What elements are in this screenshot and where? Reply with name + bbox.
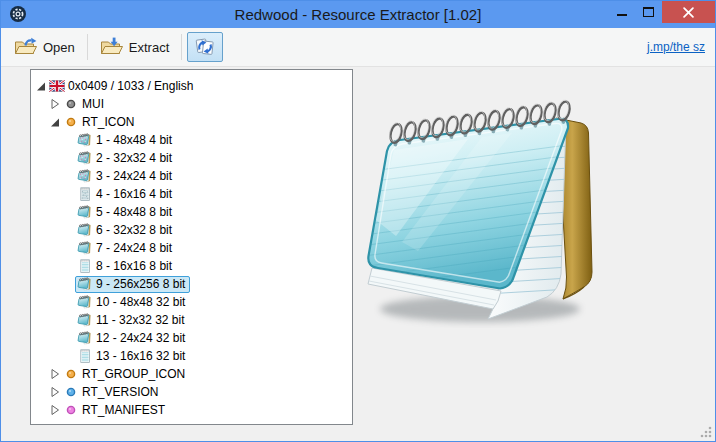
tree-item-label: RT_MANIFEST <box>79 403 165 417</box>
resource-tree: 0x0409 / 1033 / EnglishMUIRT_ICON 1 - 48… <box>30 69 353 425</box>
expander-collapsed-icon[interactable] <box>49 98 61 110</box>
tree-item-label: 4 - 16x16 4 bit <box>93 187 172 201</box>
notepad-preview-image <box>360 88 610 328</box>
tree-item-label: 8 - 16x16 8 bit <box>93 259 172 273</box>
thumb-pad-icon <box>77 276 93 292</box>
tree-item-label: 3 - 24x24 4 bit <box>93 169 172 183</box>
tree-item-label: MUI <box>79 97 104 111</box>
tree-item-selected[interactable]: 9 - 256x256 8 bit <box>75 276 190 293</box>
resize-grip[interactable] <box>698 424 712 438</box>
bullet-gray-icon <box>63 96 79 112</box>
expander-expanded-icon[interactable] <box>35 80 47 92</box>
expander-spacer <box>63 170 75 182</box>
maximize-button[interactable] <box>635 1 662 23</box>
flag-uk-icon <box>49 78 65 94</box>
tree-item[interactable]: RT_ICON <box>31 113 352 131</box>
bullet-orange-icon <box>63 114 79 130</box>
tree-item-content[interactable]: 13 - 16x16 32 bit <box>75 348 190 365</box>
toolbar-separator <box>181 34 182 60</box>
expander-collapsed-icon[interactable] <box>49 404 61 416</box>
tree-item[interactable]: 9 - 256x256 8 bit <box>31 275 352 293</box>
thumb-pad-icon <box>77 204 93 220</box>
extract-button[interactable]: Extract <box>93 31 176 63</box>
tree-item-label: RT_GROUP_ICON <box>79 367 185 381</box>
thumb-pad-icon <box>77 312 93 328</box>
expander-spacer <box>63 260 75 272</box>
website-link[interactable]: j.mp/the sz <box>647 40 705 54</box>
thumb-pad-dither-icon <box>77 132 93 148</box>
expander-collapsed-icon[interactable] <box>49 386 61 398</box>
expander-spacer <box>63 188 75 200</box>
extract-button-label: Extract <box>129 40 169 55</box>
tree-item-content[interactable]: RT_GROUP_ICON <box>61 366 190 383</box>
tree-item-content[interactable]: 7 - 24x24 8 bit <box>75 240 177 257</box>
expander-spacer <box>63 332 75 344</box>
tree-item-content[interactable]: 6 - 32x32 8 bit <box>75 222 177 239</box>
exp-collapsed <box>50 404 60 416</box>
expander-spacer <box>63 296 75 308</box>
tree-item-content[interactable]: RT_MANIFEST <box>61 402 170 419</box>
tree-item[interactable]: 4 - 16x16 4 bit <box>31 185 352 203</box>
tree-item-content[interactable]: 3 - 24x24 4 bit <box>75 168 177 185</box>
close-button[interactable] <box>662 1 715 23</box>
tree-item-content[interactable]: 10 - 48x48 32 bit <box>75 294 190 311</box>
thumb-pad-icon <box>77 294 93 310</box>
expander-collapsed-icon[interactable] <box>49 368 61 380</box>
titlebar[interactable]: Redwood - Resource Extractor [1.02] <box>1 1 715 28</box>
exp-collapsed <box>50 368 60 380</box>
app-window: Redwood - Resource Extractor [1.02] Open <box>0 0 716 442</box>
tree-item-content[interactable]: 4 - 16x16 4 bit <box>75 186 177 203</box>
thumb-pad-icon <box>77 330 93 346</box>
expander-spacer <box>63 278 75 290</box>
open-button-label: Open <box>43 40 75 55</box>
tree-item-content[interactable]: MUI <box>61 96 109 113</box>
tree-item-content[interactable]: 2 - 32x32 4 bit <box>75 150 177 167</box>
tree-item[interactable]: 7 - 24x24 8 bit <box>31 239 352 257</box>
tree-item-content[interactable]: RT_VERSION <box>61 384 163 401</box>
pages-sync-icon <box>194 38 216 56</box>
tree-item[interactable]: MUI <box>31 95 352 113</box>
tree-item[interactable]: 13 - 16x16 32 bit <box>31 347 352 365</box>
tree-item[interactable]: RT_VERSION <box>31 383 352 401</box>
tree-item-content[interactable]: 12 - 24x24 32 bit <box>75 330 190 347</box>
bullet-orange-icon <box>63 366 79 382</box>
thumb-pad-dither-icon <box>77 150 93 166</box>
tree-item-label: 12 - 24x24 32 bit <box>93 331 185 345</box>
bullet-blue-icon <box>63 384 79 400</box>
tree-item[interactable]: 3 - 24x24 4 bit <box>31 167 352 185</box>
toolbar-separator <box>87 34 88 60</box>
tree-item[interactable]: 10 - 48x48 32 bit <box>31 293 352 311</box>
tree-item[interactable]: 0x0409 / 1033 / English <box>31 77 352 95</box>
tree-item-label: 7 - 24x24 8 bit <box>93 241 172 255</box>
tree-item-content[interactable]: RT_ICON <box>61 114 139 131</box>
tree-item[interactable]: 2 - 32x32 4 bit <box>31 149 352 167</box>
open-button[interactable]: Open <box>7 31 82 63</box>
thumb-pad-dither-icon <box>77 168 93 184</box>
expander-expanded-icon[interactable] <box>49 116 61 128</box>
tree-item-content[interactable]: 0x0409 / 1033 / English <box>47 78 198 95</box>
tree-item[interactable]: 12 - 24x24 32 bit <box>31 329 352 347</box>
minimize-button[interactable] <box>608 1 635 23</box>
tree-item[interactable]: 6 - 32x32 8 bit <box>31 221 352 239</box>
tree-item[interactable]: 1 - 48x48 4 bit <box>31 131 352 149</box>
tree-item[interactable]: 5 - 48x48 8 bit <box>31 203 352 221</box>
preview-toggle-button[interactable] <box>187 32 223 62</box>
tree-item-label: 10 - 48x48 32 bit <box>93 295 185 309</box>
tree-item-content[interactable]: 11 - 32x32 32 bit <box>75 312 190 329</box>
close-icon <box>683 7 694 18</box>
tree-item-label: RT_VERSION <box>79 385 158 399</box>
window-controls <box>608 1 715 23</box>
tree-item[interactable]: RT_GROUP_ICON <box>31 365 352 383</box>
tree-item-content[interactable]: 1 - 48x48 4 bit <box>75 132 177 149</box>
exp-expanded <box>50 116 60 128</box>
tree-item[interactable]: 11 - 32x32 32 bit <box>31 311 352 329</box>
exp-expanded <box>36 80 46 92</box>
tree-item[interactable]: RT_MANIFEST <box>31 401 352 419</box>
tree-item-content[interactable]: 8 - 16x16 8 bit <box>75 258 177 275</box>
tree-item[interactable]: 8 - 16x16 8 bit <box>31 257 352 275</box>
tree-item-label: 5 - 48x48 8 bit <box>93 205 172 219</box>
tree-item-content[interactable]: 5 - 48x48 8 bit <box>75 204 177 221</box>
expander-spacer <box>63 134 75 146</box>
exp-collapsed <box>50 386 60 398</box>
extract-folder-icon <box>100 37 124 57</box>
